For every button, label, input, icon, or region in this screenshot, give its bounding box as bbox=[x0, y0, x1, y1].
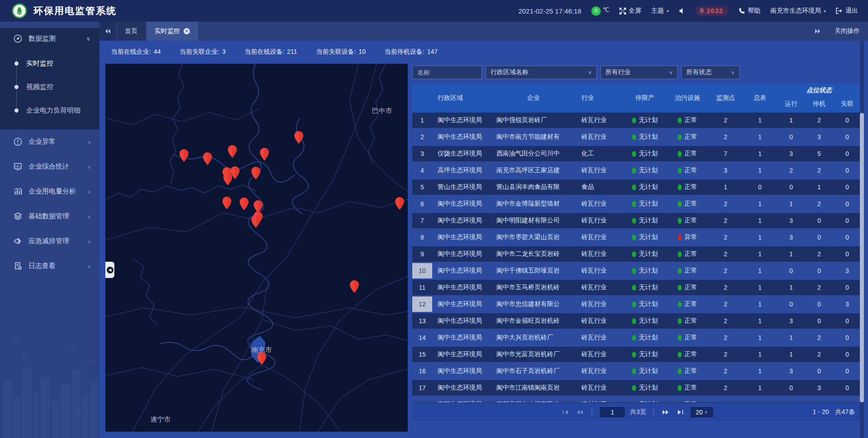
table-row[interactable]: 4 高坪生态环境局 南充市高坪区王家店建 砖瓦行业 无计划 正常 3 1 2 2… bbox=[412, 163, 861, 178]
page-size-select[interactable]: 20 ∨ bbox=[690, 406, 713, 418]
row-company: 阆中市南方节能建材有 bbox=[491, 129, 576, 145]
industry-filter-select[interactable]: 所有行业 ∨ bbox=[600, 66, 678, 79]
stat-value: 10 bbox=[359, 48, 366, 56]
table-row[interactable]: 10 阆中生态环境局 阆中千佛镇五郎垭页岩 砖瓦行业 无计划 正常 2 1 0 … bbox=[412, 263, 861, 278]
row-region: 阆中生态环境局 bbox=[432, 129, 491, 145]
org-menu[interactable]: 南充市生态环境局▾ bbox=[770, 7, 826, 15]
tab-close-icon[interactable]: ✕ bbox=[184, 28, 190, 34]
tab-realtime-monitor[interactable]: 实时监控 ✕ bbox=[146, 22, 198, 41]
map-panel[interactable]: 巴中市 南充市 遂宁市 bbox=[105, 64, 408, 432]
sidebar-item-logs[interactable]: 日志查看 ‹ bbox=[0, 254, 99, 278]
sidebar-subitem[interactable]: 企业电力负荷明细 bbox=[0, 99, 99, 122]
sidebar-subitem[interactable]: 视频监控 bbox=[0, 75, 99, 99]
megaphone-icon bbox=[14, 237, 22, 245]
map-pin-icon[interactable] bbox=[251, 215, 260, 228]
map-pin-icon[interactable] bbox=[294, 131, 303, 144]
region-filter-select[interactable]: 行政区域名称 ∨ bbox=[486, 66, 597, 79]
map-pin-icon[interactable] bbox=[251, 167, 260, 179]
map-pin-icon[interactable] bbox=[223, 173, 232, 185]
table-row[interactable]: 5 营山生态环境局 营山县润丰肉食品有限 食品 无计划 正常 1 0 0 1 0 bbox=[412, 179, 861, 195]
chevron-down-icon: ∨ bbox=[731, 70, 735, 75]
row-company: 阆中大兴页岩机砖厂 bbox=[491, 330, 576, 345]
double-chevron-right-icon[interactable] bbox=[815, 28, 821, 34]
status-dot-icon bbox=[632, 118, 636, 123]
close-operations-button[interactable]: 关闭操作 bbox=[835, 27, 860, 35]
table-row[interactable]: 18 南部生态环境局 南部县砚化水泥有限公 建材加工 无计划 正常 6 0 0 … bbox=[412, 397, 861, 402]
status-dot-icon bbox=[678, 301, 682, 307]
row-lost-count: 0 bbox=[833, 280, 861, 295]
map-pin-icon[interactable] bbox=[350, 280, 359, 293]
first-page-button[interactable] bbox=[560, 407, 570, 417]
next-page-button[interactable] bbox=[661, 407, 671, 417]
prev-page-button[interactable] bbox=[575, 407, 585, 417]
map-pin-icon[interactable] bbox=[240, 198, 249, 210]
chevron-left-icon: ‹ bbox=[88, 238, 90, 245]
status-dot-icon bbox=[632, 385, 636, 391]
theme-menu[interactable]: 主题▾ bbox=[651, 7, 669, 15]
page-number-input[interactable] bbox=[599, 406, 626, 418]
sidebar-collapse-button[interactable]: ◀ bbox=[105, 262, 114, 278]
row-stop-status: 无计划 bbox=[623, 263, 666, 278]
sidebar-item-emergency[interactable]: 应急减排管理 ‹ bbox=[0, 229, 99, 254]
tabs-scroll-left-button[interactable] bbox=[99, 22, 116, 41]
sidebar-item-base-data[interactable]: 基础数据管理 ‹ bbox=[0, 204, 99, 229]
table-row[interactable]: 13 阆中生态环境局 阆中市金福旺页岩机砖 砖瓦行业 无计划 正常 2 1 3 … bbox=[412, 313, 861, 329]
table-row[interactable]: 11 阆中生态环境局 阆中市五马桥页岩机砖 砖瓦行业 无计划 正常 2 1 1 … bbox=[412, 280, 861, 295]
sidebar-item-data-monitor[interactable]: 数据监测 ∨ bbox=[0, 28, 99, 49]
name-filter-input[interactable] bbox=[412, 66, 482, 79]
scrollbar-thumb[interactable] bbox=[860, 113, 864, 402]
row-lost-count: 3 bbox=[833, 297, 861, 312]
sidebar-item-company-statistics[interactable]: 企业综合统计 ‹ bbox=[0, 154, 99, 179]
last-page-button[interactable] bbox=[675, 407, 685, 417]
status-filter-select[interactable]: 所有状态 ∨ bbox=[681, 66, 740, 79]
stats-bar: 当前在线企业: 44 当前失联企业: 3 当前在线设备: 211 当前失联设备:… bbox=[111, 46, 438, 58]
map-pin-icon[interactable] bbox=[179, 149, 189, 162]
main-content: 当前在线企业: 44 当前失联企业: 3 当前在线设备: 211 当前失联设备:… bbox=[99, 41, 868, 438]
table-row[interactable]: 16 阆中生态环境局 阆中市石子页岩机砖厂 砖瓦行业 无计划 正常 2 1 3 … bbox=[412, 363, 861, 379]
table-row[interactable]: 14 阆中生态环境局 阆中大兴页岩机砖厂 砖瓦行业 无计划 正常 2 1 1 2… bbox=[412, 330, 861, 345]
row-industry: 砖瓦行业 bbox=[576, 230, 623, 245]
table-row[interactable]: 2 阆中生态环境局 阆中市南方节能建材有 砖瓦行业 无计划 正常 2 1 0 3… bbox=[412, 129, 861, 145]
row-lost-count: 0 bbox=[833, 363, 861, 379]
logout-button[interactable]: 退出 bbox=[836, 7, 858, 15]
fullscreen-button[interactable]: 全屏 bbox=[619, 7, 642, 15]
app-title: 环保用电监管系统 bbox=[33, 5, 117, 17]
map-pin-icon[interactable] bbox=[254, 200, 263, 213]
skyline-decoration bbox=[0, 325, 99, 438]
scrollbar-track[interactable] bbox=[860, 41, 864, 438]
row-index: 5 bbox=[412, 179, 432, 195]
table-row[interactable]: 7 阆中生态环境局 阆中明阳建材有限公司 砖瓦行业 无计划 正常 2 1 3 0… bbox=[412, 213, 861, 228]
map-pin-icon[interactable] bbox=[260, 148, 269, 160]
tab-home[interactable]: 首页 bbox=[117, 22, 146, 41]
row-company: 阆中市石子页岩机砖厂 bbox=[491, 363, 576, 379]
voice-broadcast-button[interactable] bbox=[679, 8, 685, 14]
row-monitor-points: 2 bbox=[708, 297, 743, 312]
sidebar-item-company-abnormal[interactable]: 企业异常 ‹ bbox=[0, 129, 99, 154]
table-row[interactable]: 6 阆中生态环境局 阆中市金博瑞新型墙材 砖瓦行业 无计划 正常 2 1 1 2… bbox=[412, 196, 861, 212]
row-lost-count: 0 bbox=[833, 330, 861, 345]
notification-badge[interactable]: 2632 bbox=[695, 6, 729, 16]
row-halted-count: 0 bbox=[805, 313, 833, 329]
row-industry: 砖瓦行业 bbox=[576, 129, 623, 145]
map-pin-icon[interactable] bbox=[228, 145, 237, 158]
row-monitor-points: 2 bbox=[708, 330, 743, 345]
layers-icon bbox=[14, 212, 22, 221]
map-city-label: 巴中市 bbox=[372, 107, 392, 115]
table-row[interactable]: 3 仪陇生态环境局 西南油气田分公司川中 化工 无计划 正常 7 1 3 5 0 bbox=[412, 146, 861, 161]
map-pin-icon[interactable] bbox=[203, 152, 212, 165]
table-row[interactable]: 1 阆中生态环境局 阆中强锐页岩砖厂 砖瓦行业 无计划 正常 2 1 1 2 0 bbox=[412, 113, 861, 128]
row-lost-count: 0 bbox=[833, 146, 861, 161]
map-pin-icon[interactable] bbox=[222, 197, 231, 209]
table-row[interactable]: 15 阆中生态环境局 阆中市光富页岩机砖厂 砖瓦行业 无计划 正常 2 1 1 … bbox=[412, 347, 861, 362]
table-row[interactable]: 9 阆中生态环境局 阆中市二龙长宝页岩砖 砖瓦行业 无计划 正常 2 1 1 2… bbox=[412, 246, 861, 262]
row-running-count: 0 bbox=[777, 297, 805, 312]
map-pin-icon[interactable] bbox=[395, 197, 404, 210]
table-row[interactable]: 8 阆中生态环境局 阆中市枣碧大梁山页岩 砖瓦行业 无计划 异常 2 1 3 0… bbox=[412, 230, 861, 245]
table-row[interactable]: 17 阆中生态环境局 阆中市江南镇阆南页岩 砖瓦行业 无计划 正常 2 1 0 … bbox=[412, 380, 861, 396]
sidebar-item-power-analysis[interactable]: 企业用电量分析 ‹ bbox=[0, 179, 99, 204]
table-row[interactable]: 12 阆中生态环境局 阆中市忠信建材有限公 砖瓦行业 无计划 正常 2 1 0 … bbox=[412, 297, 861, 312]
map-pin-icon[interactable] bbox=[257, 352, 266, 365]
sidebar-subitem[interactable]: 实时监控 bbox=[0, 52, 99, 75]
row-halted-count: 2 bbox=[805, 196, 833, 212]
help-button[interactable]: 帮助 bbox=[739, 7, 760, 15]
